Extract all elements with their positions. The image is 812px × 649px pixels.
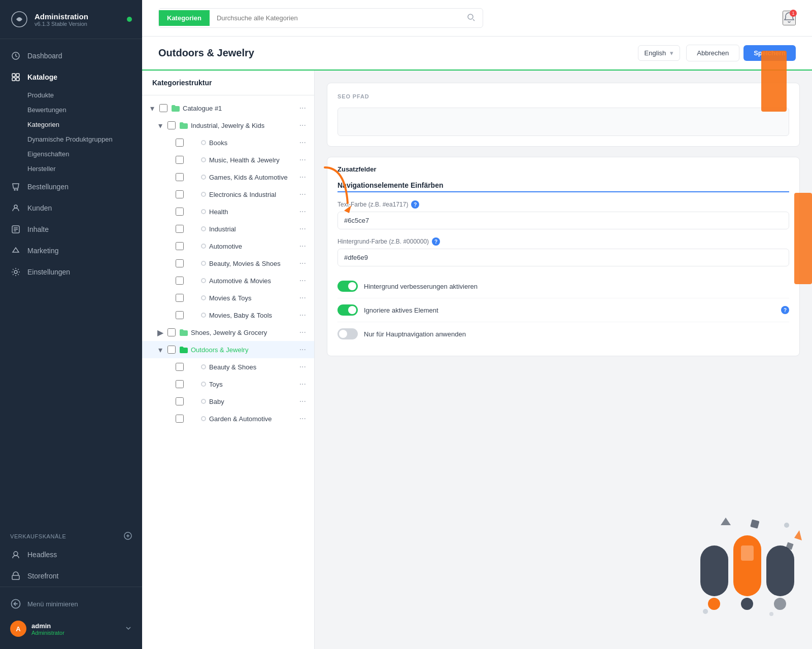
tree-checkbox[interactable] [167,121,176,129]
content-header: Outdoors & Jewelry English ▾ Abbrechen S… [142,37,812,71]
tree-checkbox[interactable] [176,225,184,233]
tree-checkbox[interactable] [176,415,184,423]
collapse-icon[interactable]: ▾ [156,121,164,129]
tree-checkbox[interactable] [167,328,176,336]
tree-more-menu[interactable]: ··· [297,206,308,217]
tree-more-menu[interactable]: ··· [297,292,308,303]
toggle-bg[interactable] [337,281,358,292]
sidebar-item-storefront[interactable]: Storefront [0,565,142,587]
toggle-main-nav-label: Nur für Hauptnavigation anwenden [364,330,789,338]
user-info: admin Administrator [31,622,64,636]
subnav-eigenschaften[interactable]: Eigenschaften [27,147,142,161]
sidebar-item-bestellungen[interactable]: Bestellungen [0,176,142,197]
help-icon[interactable]: ? [411,200,419,209]
tree-checkbox[interactable] [176,311,184,319]
language-select[interactable]: English ▾ [638,45,681,61]
tree-more-menu[interactable]: ··· [297,413,308,424]
tree-checkbox[interactable] [176,139,184,147]
help-icon[interactable]: ? [432,237,440,246]
search-button[interactable] [459,9,483,27]
tree-item-catalogue1[interactable]: ▾ Catalogue #1 ··· [142,99,314,117]
tree-more-menu[interactable]: ··· [297,120,308,131]
tree-item-industrial2[interactable]: Industrial ··· [142,220,314,237]
tree-checkbox[interactable] [176,208,184,216]
tree-checkbox[interactable] [176,397,184,405]
tree-item-music[interactable]: Music, Health & Jewelry ··· [142,151,314,168]
tree-more-menu[interactable]: ··· [297,223,308,234]
user-section[interactable]: A admin Administrator [0,614,142,643]
subnav-bewertungen[interactable]: Bewertungen [27,103,142,117]
toggle-bg-row: Hintergrund verbesserungen aktivieren [337,275,789,298]
tree-more-menu[interactable]: ··· [297,379,308,390]
subnav-kategorien[interactable]: Kategorien [27,117,142,132]
seo-path-input[interactable] [337,108,789,136]
tree-checkbox[interactable] [159,104,167,112]
search-input[interactable] [210,10,459,26]
tree-more-menu[interactable]: ··· [297,396,308,407]
toggle-ignore[interactable] [337,304,358,316]
tree-more-menu[interactable]: ··· [297,327,308,338]
tree-item-electronics[interactable]: Electronics & Industrial ··· [142,186,314,203]
minimize-menu-button[interactable]: Menü minimieren [0,593,142,614]
tree-checkbox[interactable] [176,363,184,371]
bg-color-input[interactable] [337,249,789,266]
tree-more-menu[interactable]: ··· [297,344,308,355]
collapse-icon[interactable]: ▾ [148,104,156,112]
text-color-input[interactable] [337,212,789,229]
tree-item-industrial[interactable]: ▾ Industrial, Jewelry & Kids ··· [142,117,314,134]
tree-item-baby[interactable]: Baby ··· [142,393,314,410]
tree-checkbox[interactable] [176,380,184,388]
tree-item-games[interactable]: Games, Kids & Automotive ··· [142,168,314,186]
tree-more-menu[interactable]: ··· [297,275,308,286]
tree-checkbox[interactable] [176,156,184,164]
tree-item-shoes[interactable]: ▶ Shoes, Jewelry & Grocery ··· [142,324,314,341]
tree-more-menu[interactable]: ··· [297,189,308,200]
tree-more-menu[interactable]: ··· [297,137,308,148]
toggle-main-nav[interactable] [337,328,358,339]
tree-item-outdoors[interactable]: ▾ Outdoors & Jewelry ··· [142,341,314,358]
tree-checkbox[interactable] [176,173,184,181]
tree-more-menu[interactable]: ··· [297,241,308,252]
sidebar-item-kunden[interactable]: Kunden [0,197,142,219]
help-icon[interactable]: ? [781,306,789,314]
add-sales-channel-icon[interactable] [124,532,132,541]
tree-item-beauty-shoes[interactable]: Beauty & Shoes ··· [142,358,314,375]
notification-button[interactable]: 1 [783,11,796,25]
tree-more-menu[interactable]: ··· [297,103,308,114]
zusatzfelder-section: Zusatzfelder Navigationselemente Einfärb… [327,157,800,356]
tree-checkbox[interactable] [176,277,184,285]
tree-item-health[interactable]: Health ··· [142,203,314,220]
tree-checkbox[interactable] [176,242,184,250]
tree-more-menu[interactable]: ··· [297,310,308,321]
tree-item-toys[interactable]: Toys ··· [142,375,314,393]
tree-item-garden[interactable]: Garden & Automotive ··· [142,410,314,427]
subnav-hersteller[interactable]: Hersteller [27,161,142,176]
sidebar-item-headless[interactable]: Headless [0,544,142,565]
tree-item-beauty[interactable]: Beauty, Movies & Shoes ··· [142,255,314,272]
tree-checkbox[interactable] [176,294,184,302]
save-button[interactable]: Speichern [743,45,796,61]
sidebar-item-inhalte[interactable]: Inhalte [0,219,142,240]
tree-item-automotive[interactable]: Automotive ··· [142,237,314,255]
tree-more-menu[interactable]: ··· [297,154,308,165]
subnav-produkte[interactable]: Produkte [27,88,142,103]
tree-item-movies-baby[interactable]: Movies, Baby & Tools ··· [142,306,314,324]
expand-icon[interactable]: ▶ [156,328,164,336]
subnav-dynamic[interactable]: Dynamische Produktgruppen [27,132,142,147]
sidebar-item-dashboard[interactable]: Dashboard [0,45,142,66]
sidebar-item-kataloge[interactable]: Kataloge [0,66,142,88]
sidebar-item-einstellungen[interactable]: Einstellungen [0,261,142,283]
tree-checkbox[interactable] [167,346,176,354]
tree-more-menu[interactable]: ··· [297,172,308,183]
sidebar-item-marketing[interactable]: Marketing [0,240,142,261]
tree-checkbox[interactable] [176,190,184,198]
search-category-badge[interactable]: Kategorien [159,10,210,26]
tree-checkbox[interactable] [176,259,184,267]
tree-item-auto-movies[interactable]: Automotive & Movies ··· [142,272,314,289]
tree-more-menu[interactable]: ··· [297,258,308,269]
tree-item-movies-toys[interactable]: Movies & Toys ··· [142,289,314,306]
collapse-icon[interactable]: ▾ [156,346,164,354]
cancel-button[interactable]: Abbrechen [686,45,739,61]
tree-item-books[interactable]: Books ··· [142,134,314,151]
tree-more-menu[interactable]: ··· [297,361,308,372]
